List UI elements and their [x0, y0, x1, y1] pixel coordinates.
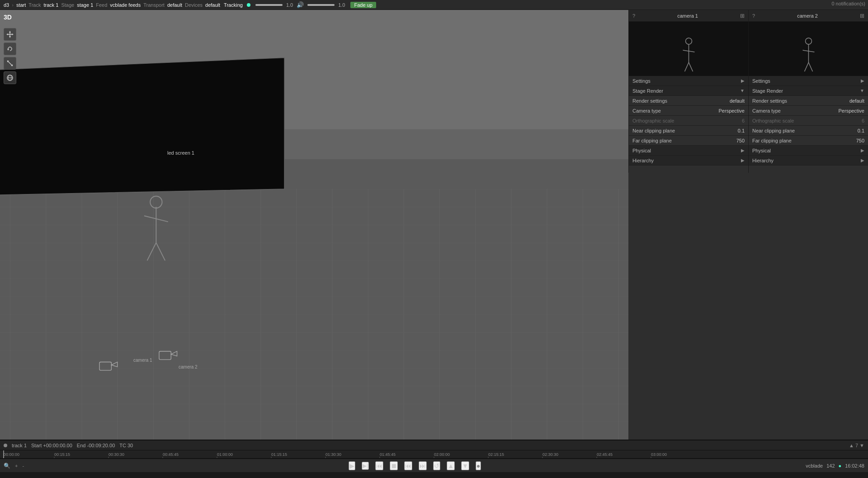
volume-slider-2[interactable] [307, 4, 335, 6]
svg-marker-4 [0, 58, 284, 195]
transport-value[interactable]: default [166, 2, 183, 8]
camera1-near-clipping-value[interactable]: 0.1 [738, 128, 745, 133]
camera1-settings-arrow: ▶ [741, 78, 745, 83]
camera1-hierarchy-header[interactable]: Hierarchy ▶ [629, 156, 748, 166]
play-in-button[interactable]: ▶| [362, 462, 369, 470]
camera1-vp-name: camera 1 [133, 358, 152, 363]
viewport-grid [0, 10, 628, 440]
svg-text:03:00:00: 03:00:00 [651, 452, 667, 457]
svg-text:02:45:45: 02:45:45 [597, 452, 613, 457]
svg-marker-16 [9, 31, 11, 33]
svg-text:00:15:15: 00:15:15 [54, 452, 70, 457]
camera2-settings-label: Settings [752, 78, 770, 84]
camera1-panel-menu-icon[interactable]: ⊞ [740, 13, 745, 19]
camera2-far-clipping-value[interactable]: 750 [856, 138, 864, 143]
record-button[interactable]: ● [476, 461, 481, 470]
zoom-in-button[interactable]: + [15, 463, 18, 469]
statusbar-right: vcblade 142 ● 16:02:48 [806, 463, 864, 469]
camera2-camera-type-label: Camera type [752, 108, 781, 114]
camera1-physical-arrow: ▶ [741, 148, 745, 153]
camera1-settings-panel: Settings ▶ Stage Render ▼ Render setting… [629, 76, 748, 173]
d3-label[interactable]: d3 [3, 2, 10, 8]
camera2-vp-label: camera 2 [179, 364, 198, 369]
timeline-controls-right: ▲ 7 ▼ [849, 443, 864, 448]
camera2-physical-header[interactable]: Physical ▶ [749, 146, 868, 156]
camera2-near-clipping-value[interactable]: 0.1 [858, 128, 864, 133]
scale-tool-button[interactable] [4, 57, 16, 70]
camera2-preview [749, 22, 868, 76]
camera2-stage-render-arrow: ▼ [860, 88, 864, 93]
move-icon [6, 31, 14, 38]
camera1-panel-header: ? camera 1 ⊞ [629, 10, 748, 22]
move-tool-button[interactable] [4, 28, 16, 41]
camera1-physical-header[interactable]: Physical ▶ [629, 146, 748, 156]
rotate-tool-button[interactable] [4, 43, 16, 55]
mark-in-button[interactable]: ▲ [447, 461, 455, 470]
start-label[interactable]: start [15, 2, 27, 8]
transport-label: Transport [143, 2, 165, 8]
camera2-settings-header[interactable]: Settings ▶ [749, 76, 868, 86]
camera1-stage-render-header[interactable]: Stage Render ▼ [629, 86, 748, 96]
timeline-ruler: 00:00:00 00:15:15 00:30:30 00:45:45 01:0… [0, 450, 868, 459]
bottom-transport: 🔍 + - ▶ ▶| ⏮ ⏹ ⏮ ⏭ ↺ ▲ ▼ ● vcblade 142 ● [0, 459, 868, 472]
tracking-label[interactable]: Tracking [223, 2, 244, 8]
ruler-svg: 00:00:00 00:15:15 00:30:30 00:45:45 01:0… [0, 450, 868, 459]
camera1-panel-title: camera 1 [677, 13, 698, 19]
mark-out-button[interactable]: ▼ [461, 461, 469, 470]
camera2-help-icon[interactable]: ? [752, 13, 755, 19]
svg-text:01:00:00: 01:00:00 [217, 452, 233, 457]
camera1-camera-type-label: Camera type [632, 108, 661, 114]
scale-icon [6, 60, 14, 67]
viewport-3d[interactable]: led screen 1 camera 1 camera 2 3D [0, 10, 628, 440]
camera1-render-settings-row: Render settings default [629, 96, 748, 106]
app: d3 › start Track track 1 Stage stage 1 F… [0, 0, 868, 478]
camera1-near-clipping-row: Near clipping plane 0.1 [629, 126, 748, 136]
camera2-stage-render-header[interactable]: Stage Render ▼ [749, 86, 868, 96]
feed-label: Feed [96, 2, 107, 8]
camera1-hierarchy-arrow: ▶ [741, 158, 745, 163]
bottom-section: track 1 Start +00:00:00.00 End -00:09:20… [0, 440, 868, 478]
feed-value[interactable]: vcblade feeds [109, 2, 142, 8]
camera1-hierarchy-label: Hierarchy [632, 158, 654, 163]
volume-slider-1[interactable] [255, 4, 283, 6]
play-button[interactable]: ▶ [349, 461, 355, 470]
svg-marker-18 [6, 33, 8, 35]
zoom-out-button[interactable]: - [22, 463, 24, 469]
stop-button[interactable]: ⏹ [390, 461, 398, 470]
track-value[interactable]: track 1 [42, 2, 59, 8]
svg-text:01:45:45: 01:45:45 [380, 452, 396, 457]
camera2-camera-type-value: Perspective [839, 108, 864, 114]
camera1-ortho-scale-row: Orthographic scale 6 [629, 116, 748, 126]
svg-text:02:00:00: 02:00:00 [434, 452, 450, 457]
svg-text:00:00:00: 00:00:00 [4, 452, 19, 457]
timeline-options-icon[interactable]: ▲ 7 ▼ [849, 443, 864, 448]
camera1-settings-header[interactable]: Settings ▶ [629, 76, 748, 86]
topbar: d3 › start Track track 1 Stage stage 1 F… [0, 0, 868, 10]
speaker-icon: 🔊 [297, 1, 304, 8]
loop-button[interactable]: ↺ [433, 461, 440, 470]
globe-icon [6, 74, 14, 81]
globe-tool-button[interactable] [4, 71, 16, 84]
zoom-icon: 🔍 [4, 463, 10, 469]
camera1-far-clipping-value[interactable]: 750 [736, 138, 745, 143]
camera1-settings-label: Settings [632, 78, 651, 84]
fade-up-button[interactable]: Fade up [350, 2, 376, 8]
camera1-stage-render-label: Stage Render [632, 88, 663, 94]
skip-back-button[interactable]: ⏮ [375, 461, 383, 470]
svg-text:02:15:15: 02:15:15 [488, 452, 504, 457]
timeline-tc: TC 30 [119, 443, 133, 448]
camera2-panel-menu-icon[interactable]: ⊞ [860, 13, 864, 19]
camera1-help-icon[interactable]: ? [632, 13, 635, 19]
svg-text:02:30:30: 02:30:30 [542, 452, 558, 457]
prev-button[interactable]: ⏮ [404, 461, 412, 470]
vcblade-time: 16:02:48 [845, 463, 864, 469]
camera2-hierarchy-header[interactable]: Hierarchy ▶ [749, 156, 868, 166]
camera2-preview-svg [749, 22, 868, 76]
stage-value[interactable]: stage 1 [76, 2, 94, 8]
camera1-ortho-scale-value: 6 [742, 118, 745, 123]
camera2-physical-label: Physical [752, 148, 771, 153]
devices-value[interactable]: default [204, 2, 221, 8]
camera1-render-settings-value: default [730, 98, 745, 104]
camera2-near-clipping-row: Near clipping plane 0.1 [749, 126, 868, 136]
next-button[interactable]: ⏭ [419, 461, 427, 470]
